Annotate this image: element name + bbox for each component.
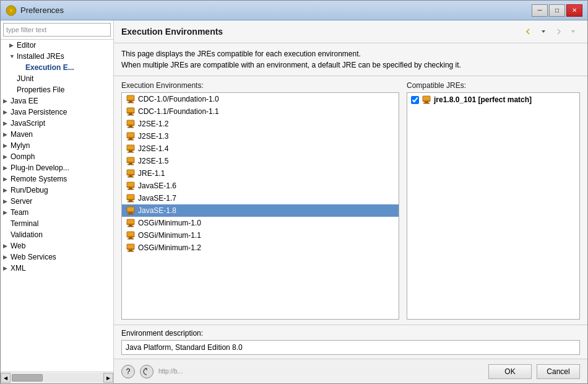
sidebar-item-junit[interactable]: JUnit xyxy=(1,73,113,84)
main-content: ▶ Editor ▼ Installed JREs Execution E...… xyxy=(1,20,587,383)
sidebar-item-installed-jres[interactable]: ▼ Installed JREs xyxy=(1,51,113,62)
sidebar-item-javascript[interactable]: ▶ JavaScript xyxy=(1,118,113,129)
sidebar-item-validation[interactable]: Validation xyxy=(1,229,113,240)
svg-rect-47 xyxy=(127,236,134,237)
mylyn-arrow: ▶ xyxy=(3,142,9,149)
list-item[interactable]: JavaSE-1.6 xyxy=(122,180,399,192)
svg-rect-56 xyxy=(425,102,428,103)
minimize-button[interactable]: ─ xyxy=(532,4,548,17)
sidebar-item-server[interactable]: ▶ Server xyxy=(1,196,113,207)
sidebar-item-run-debug[interactable]: ▶ Run/Debug xyxy=(1,185,113,196)
list-item[interactable]: JRE-1.1 xyxy=(122,167,399,180)
list-item[interactable]: J2SE-1.2 xyxy=(122,118,399,130)
sidebar-item-remote-systems[interactable]: ▶ Remote Systems xyxy=(1,173,113,185)
maven-arrow: ▶ xyxy=(3,131,9,137)
help-button[interactable]: ? xyxy=(121,365,135,378)
svg-rect-44 xyxy=(129,225,132,226)
svg-rect-40 xyxy=(129,212,132,214)
tree-scroll-container[interactable]: ▶ Editor ▼ Installed JREs Execution E...… xyxy=(1,40,113,372)
env-icon-0 xyxy=(126,94,136,104)
list-item[interactable]: JavaSE-1.7 xyxy=(122,192,399,204)
restore-icon xyxy=(142,367,151,376)
sidebar-item-terminal[interactable]: Terminal xyxy=(1,218,113,229)
svg-rect-27 xyxy=(127,174,134,175)
server-label: Server xyxy=(11,197,32,206)
list-item[interactable]: OSGi/Minimum-1.0 xyxy=(122,217,399,229)
ok-button[interactable]: OK xyxy=(488,364,532,379)
web-label: Web xyxy=(11,242,25,250)
filter-input[interactable] xyxy=(3,23,111,37)
svg-rect-28 xyxy=(129,175,132,177)
preferences-window: Preferences ─ □ ✕ ▶ Editor ▼ Ins xyxy=(0,0,588,384)
sidebar-item-xml[interactable]: ▶ XML xyxy=(1,263,113,274)
svg-point-1 xyxy=(10,9,13,12)
svg-rect-52 xyxy=(129,250,132,251)
list-item-selected[interactable]: JavaSE-1.8 xyxy=(122,204,399,217)
scroll-left-arrow[interactable]: ◀ xyxy=(1,373,11,383)
properties-file-label: Properties File xyxy=(17,85,64,94)
sidebar-item-mylyn[interactable]: ▶ Mylyn xyxy=(1,140,113,151)
env-icon-5 xyxy=(126,156,136,166)
env-icon-1 xyxy=(126,107,136,116)
java-persistence-label: Java Persistence xyxy=(11,108,67,116)
list-item[interactable]: J2SE-1.4 xyxy=(122,142,399,155)
forward-button[interactable] xyxy=(551,25,565,38)
compat-item-0[interactable]: jre1.8.0_101 [perfect match] xyxy=(407,93,579,107)
description-line2: When multiple JREs are compatible with a… xyxy=(121,59,580,71)
env-icon-8 xyxy=(126,193,136,203)
bottom-bar: ? http://b... OK Cancel xyxy=(114,359,587,383)
svg-rect-49 xyxy=(128,238,134,240)
close-button[interactable]: ✕ xyxy=(566,4,582,17)
sidebar-item-web[interactable]: ▶ Web xyxy=(1,240,113,251)
env-desc-label: Environment description: xyxy=(121,329,580,338)
sidebar-item-team[interactable]: ▶ Team xyxy=(1,207,113,218)
list-item[interactable]: CDC-1.0/Foundation-1.0 xyxy=(122,93,399,105)
restore-defaults-button[interactable] xyxy=(140,365,153,378)
editor-label: Editor xyxy=(17,41,36,50)
sidebar-item-properties-file[interactable]: Properties File xyxy=(1,84,113,95)
forward-dropdown-button[interactable] xyxy=(566,25,580,38)
sidebar-item-web-services[interactable]: ▶ Web Services xyxy=(1,251,113,263)
env-icon-10 xyxy=(126,218,136,228)
sidebar-item-editor[interactable]: ▶ Editor xyxy=(1,40,113,51)
sidebar-item-java-ee[interactable]: ▶ Java EE xyxy=(1,95,113,107)
panel-toolbar xyxy=(522,25,580,38)
list-item[interactable]: CDC-1.1/Foundation-1.1 xyxy=(122,105,399,118)
list-item[interactable]: J2SE-1.5 xyxy=(122,155,399,167)
sidebar-item-oomph[interactable]: ▶ Oomph xyxy=(1,151,113,162)
plugin-dev-arrow: ▶ xyxy=(3,165,9,171)
svg-rect-5 xyxy=(128,102,134,103)
svg-rect-31 xyxy=(127,186,134,188)
svg-rect-48 xyxy=(129,237,132,238)
sidebar-item-java-persistence[interactable]: ▶ Java Persistence xyxy=(1,107,113,118)
sidebar-item-execution-envs[interactable]: Execution E... xyxy=(1,62,113,73)
scroll-right-arrow[interactable]: ▶ xyxy=(103,373,113,383)
app-icon xyxy=(6,5,17,16)
sidebar-item-maven[interactable]: ▶ Maven xyxy=(1,129,113,140)
sidebar-item-plugin-dev[interactable]: ▶ Plug-in Develop... xyxy=(1,162,113,173)
list-item[interactable]: OSGi/Minimum-1.1 xyxy=(122,229,399,242)
javascript-arrow: ▶ xyxy=(3,120,9,126)
env-icon-4 xyxy=(126,144,136,154)
window-title: Preferences xyxy=(20,6,64,15)
back-button[interactable] xyxy=(522,25,535,38)
env-icon-12 xyxy=(126,243,136,253)
env-item-10: OSGi/Minimum-1.0 xyxy=(138,219,201,227)
cancel-button[interactable]: Cancel xyxy=(537,364,580,379)
compat-list-box[interactable]: jre1.8.0_101 [perfect match] xyxy=(407,92,580,320)
nav-dropdown-button[interactable] xyxy=(537,25,550,38)
env-desc-input[interactable] xyxy=(121,340,580,355)
maximize-button[interactable]: □ xyxy=(549,4,565,17)
installed-jres-arrow: ▼ xyxy=(9,53,15,59)
list-item[interactable]: OSGi/Minimum-1.2 xyxy=(122,242,399,254)
list-item[interactable]: J2SE-1.3 xyxy=(122,130,399,142)
svg-rect-8 xyxy=(129,113,132,115)
scrollbar-track-h[interactable] xyxy=(11,373,103,383)
svg-rect-57 xyxy=(423,103,430,104)
scrollbar-thumb-h[interactable] xyxy=(12,374,43,382)
svg-rect-16 xyxy=(129,138,132,139)
env-list-box[interactable]: CDC-1.0/Foundation-1.0 CDC-1.1/Foundatio… xyxy=(121,92,399,320)
remote-systems-arrow: ▶ xyxy=(3,176,9,182)
compat-checkbox-0[interactable] xyxy=(411,96,419,104)
env-item-11: OSGi/Minimum-1.1 xyxy=(138,231,201,240)
